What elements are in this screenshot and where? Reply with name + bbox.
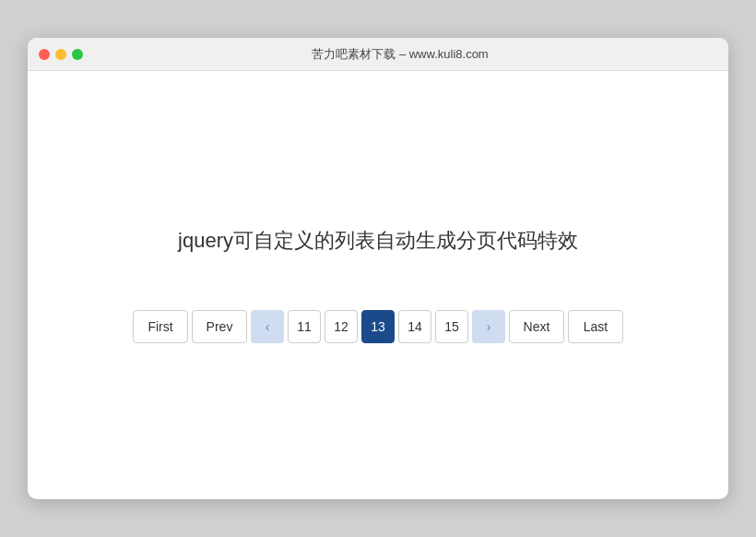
page-15[interactable]: 15 — [435, 310, 468, 343]
next-arrow-button[interactable]: › — [472, 310, 505, 343]
page-11[interactable]: 11 — [288, 310, 321, 343]
page-14[interactable]: 14 — [398, 310, 431, 343]
maximize-button[interactable] — [72, 49, 83, 60]
page-12[interactable]: 12 — [325, 310, 358, 343]
titlebar: 苦力吧素材下载 – www.kuli8.com — [28, 38, 728, 71]
next-button[interactable]: Next — [509, 310, 564, 343]
prev-arrow-button[interactable]: ‹ — [251, 310, 284, 343]
page-title: jquery可自定义的列表自动生成分页代码特效 — [178, 227, 578, 255]
minimize-button[interactable] — [55, 49, 66, 60]
first-button[interactable]: First — [133, 310, 188, 343]
last-button[interactable]: Last — [568, 310, 623, 343]
window-title: 苦力吧素材下载 – www.kuli8.com — [83, 46, 717, 63]
main-content: jquery可自定义的列表自动生成分页代码特效 First Prev ‹ 11 … — [28, 71, 728, 499]
pagination: First Prev ‹ 11 12 13 14 15 › Next Last — [133, 310, 623, 343]
traffic-lights — [39, 49, 83, 60]
prev-button[interactable]: Prev — [192, 310, 247, 343]
close-button[interactable] — [39, 49, 50, 60]
page-13-active[interactable]: 13 — [361, 310, 395, 343]
browser-window: 苦力吧素材下载 – www.kuli8.com jquery可自定义的列表自动生… — [28, 38, 728, 499]
